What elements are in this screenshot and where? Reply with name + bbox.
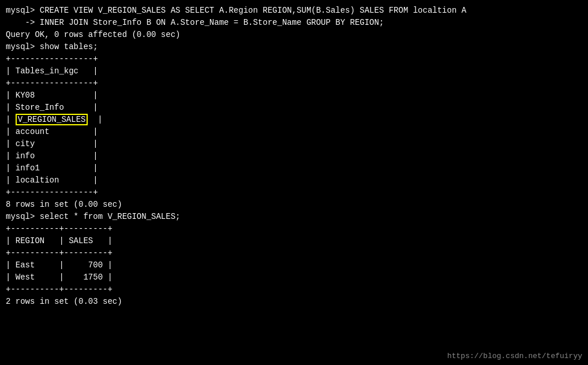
terminal-line-l21: +----------+---------+ [6,223,582,235]
terminal-line-l24: | East | 700 | [6,259,582,271]
terminal-line-l10: | Store_Info | [6,102,582,114]
terminal-line-l7: | Tables_in_kgc | [6,65,582,77]
terminal-line-l5: mysql> show tables; [6,41,582,53]
terminal-line-l12: | account | [6,126,582,138]
terminal-line-l2: -> INNER JOIN Store_Info B ON A.Store_Na… [6,17,582,29]
terminal-line-l16: | localtion | [6,174,582,187]
terminal-line-l11: | V_REGION_SALES | [6,114,582,126]
terminal-line-l3: Query OK, 0 rows affected (0.00 sec) [6,29,582,41]
terminal-line-l15: | info1 | [6,162,582,174]
terminal-line-l8: +-----------------+ [6,77,582,90]
terminal-line-l1: mysql> CREATE VIEW V_REGION_SALES AS SEL… [6,5,582,17]
terminal-line-l6: +-----------------+ [6,53,582,65]
terminal-window: mysql> CREATE VIEW V_REGION_SALES AS SEL… [0,0,588,365]
terminal-line-l17: +-----------------+ [6,187,582,199]
watermark: https://blog.csdn.net/tefuiryy [447,352,582,360]
terminal-line-l18: 8 rows in set (0.00 sec) [6,199,582,211]
terminal-line-l14: | info | [6,150,582,162]
terminal-line-l20: mysql> select * from V_REGION_SALES; [6,211,582,223]
terminal-line-l27: 2 rows in set (0.03 sec) [6,296,582,308]
terminal-line-l9: | KY08 | [6,90,582,102]
terminal-line-l13: | city | [6,138,582,150]
terminal-line-l22: | REGION | SALES | [6,235,582,247]
terminal-line-l26: +----------+---------+ [6,284,582,296]
terminal-line-l25: | West | 1750 | [6,271,582,284]
terminal-line-l23: +----------+---------+ [6,247,582,259]
